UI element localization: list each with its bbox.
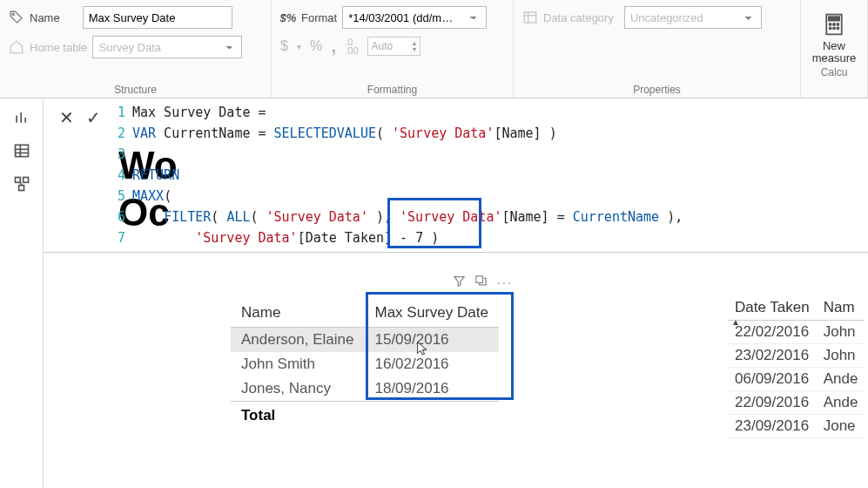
svg-point-0 bbox=[12, 13, 14, 15]
svg-point-9 bbox=[830, 27, 831, 29]
format-label: Format bbox=[301, 11, 337, 24]
svg-rect-20 bbox=[23, 178, 28, 183]
svg-rect-5 bbox=[829, 17, 839, 20]
group-label-structure: Structure bbox=[9, 82, 262, 96]
group-label-properties: Properties bbox=[522, 82, 791, 96]
svg-point-7 bbox=[833, 24, 835, 25]
format-select[interactable] bbox=[342, 6, 487, 29]
svg-rect-21 bbox=[18, 186, 24, 191]
decimals-spinner[interactable]: ▲▼ bbox=[367, 37, 421, 56]
datacategory-select[interactable] bbox=[624, 6, 762, 29]
svg-rect-1 bbox=[524, 12, 536, 23]
svg-point-8 bbox=[837, 24, 838, 25]
focus-icon[interactable] bbox=[474, 274, 488, 290]
currency-button[interactable]: $ bbox=[280, 38, 288, 54]
new-measure-label: New measure bbox=[811, 40, 857, 64]
visual-toolbar: ··· bbox=[453, 274, 513, 290]
new-measure-button[interactable]: New measure bbox=[804, 5, 864, 64]
datacategory-label: Data category bbox=[543, 11, 614, 24]
table-row[interactable]: 23/09/2016Jone bbox=[728, 415, 865, 438]
table-row[interactable]: 06/09/2016Ande bbox=[728, 368, 865, 391]
col-header-name[interactable]: Name bbox=[231, 299, 364, 328]
table-total-row: Total bbox=[231, 402, 499, 429]
home-table-label: Home table bbox=[30, 41, 87, 54]
svg-point-11 bbox=[837, 27, 838, 29]
svg-rect-19 bbox=[15, 178, 20, 183]
table-row[interactable]: 22/02/2016John bbox=[728, 321, 865, 344]
decimals-input[interactable] bbox=[368, 37, 410, 55]
name-label: Name bbox=[30, 11, 60, 24]
tag-icon bbox=[9, 10, 24, 25]
format-icon: $% bbox=[280, 10, 296, 25]
svg-point-10 bbox=[833, 27, 835, 29]
ribbon-group-calc: New measure Calcu bbox=[801, 0, 868, 98]
table-row[interactable]: Anderson, Elaine15/09/2016 bbox=[231, 328, 499, 353]
table-row[interactable]: Jones, Nancy18/09/2016 bbox=[231, 376, 499, 402]
left-nav-rail bbox=[0, 98, 44, 488]
formula-editor[interactable]: 1Max Survey Date = 2VAR CurrentName = SE… bbox=[113, 98, 868, 252]
name-input[interactable] bbox=[83, 6, 232, 29]
col-header-maxdate[interactable]: Max Survey Date bbox=[364, 299, 498, 328]
sort-asc-icon: ▲ bbox=[731, 317, 740, 327]
commit-formula-button[interactable]: ✓ bbox=[86, 107, 101, 128]
filter-icon[interactable] bbox=[453, 274, 466, 290]
more-icon[interactable]: ··· bbox=[496, 274, 513, 290]
table-visual-summary[interactable]: ··· Name Max Survey Date Anderson, Elain… bbox=[231, 299, 518, 428]
summary-table: Name Max Survey Date Anderson, Elaine15/… bbox=[231, 299, 499, 428]
mouse-cursor-icon bbox=[416, 341, 430, 358]
table-row[interactable]: John Smith16/02/2016 bbox=[231, 352, 499, 376]
ribbon-group-properties: Data category Properties bbox=[514, 0, 801, 98]
col-header-datetaken[interactable]: Date Taken▲ bbox=[728, 295, 817, 321]
svg-rect-23 bbox=[476, 276, 483, 283]
table-row[interactable]: 22/09/2016Ande bbox=[728, 391, 865, 415]
col-header-nam[interactable]: Nam bbox=[817, 295, 865, 321]
datacategory-icon bbox=[522, 10, 538, 25]
calculator-icon bbox=[822, 12, 846, 37]
formula-bar: ✕ ✓ 1Max Survey Date = 2VAR CurrentName … bbox=[44, 98, 868, 253]
home-table-select[interactable] bbox=[92, 36, 242, 58]
report-view-button[interactable] bbox=[11, 109, 32, 126]
home-icon bbox=[9, 39, 24, 55]
ribbon-group-formatting: $% Format $ ▾ % , .0.00 ▲▼ Formatting bbox=[272, 0, 514, 98]
group-label-calc: Calcu bbox=[804, 64, 864, 78]
decimals-icon[interactable]: .0.00 bbox=[345, 37, 358, 55]
data-view-button[interactable] bbox=[11, 142, 32, 159]
ribbon: Name Home table Structure $% Format $ bbox=[0, 0, 868, 98]
currency-dropdown-icon[interactable]: ▾ bbox=[297, 42, 301, 51]
model-view-button[interactable] bbox=[11, 175, 32, 193]
detail-table: Date Taken▲ Nam 22/02/2016John 23/02/201… bbox=[728, 295, 865, 438]
table-row[interactable]: 23/02/2016John bbox=[728, 344, 865, 368]
group-label-formatting: Formatting bbox=[280, 82, 504, 96]
spinner-arrows-icon[interactable]: ▲▼ bbox=[410, 40, 420, 52]
comma-button[interactable]: , bbox=[331, 35, 336, 58]
ribbon-group-structure: Name Home table Structure bbox=[0, 0, 272, 98]
svg-rect-15 bbox=[15, 145, 28, 156]
percent-button[interactable]: % bbox=[310, 38, 322, 54]
table-visual-detail[interactable]: Date Taken▲ Nam 22/02/2016John 23/02/201… bbox=[728, 295, 865, 438]
svg-point-6 bbox=[830, 24, 831, 25]
cancel-formula-button[interactable]: ✕ bbox=[59, 107, 74, 128]
